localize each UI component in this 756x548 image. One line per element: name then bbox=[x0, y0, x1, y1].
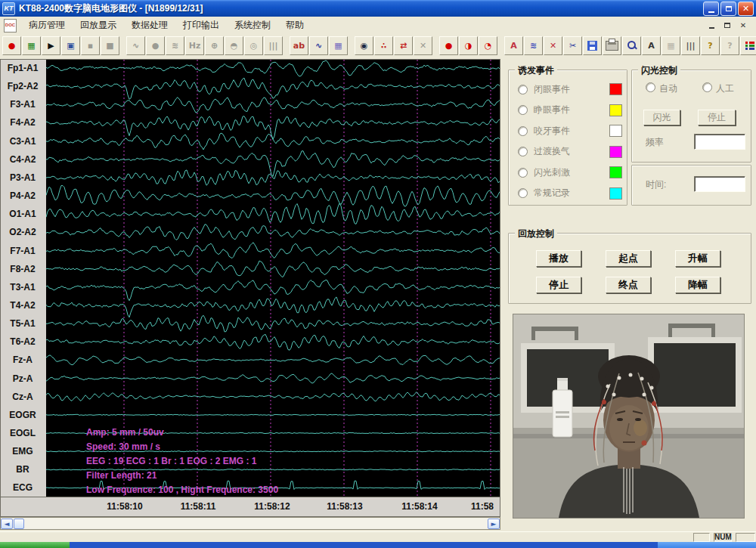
start-button[interactable] bbox=[0, 542, 70, 548]
font-grid-icon[interactable]: A bbox=[642, 36, 661, 55]
record-icon[interactable]: ● bbox=[2, 36, 21, 55]
event-row-1: 睁眼事件 bbox=[518, 101, 622, 119]
radio-auto[interactable] bbox=[646, 82, 655, 92]
menu-item-5[interactable]: 帮助 bbox=[278, 17, 311, 34]
horizontal-scrollbar[interactable]: ◄ ► bbox=[0, 517, 500, 530]
eeg-trace-C4-A2 bbox=[46, 151, 500, 177]
cut-wave-icon[interactable]: ✂ bbox=[563, 36, 582, 55]
grid-off-icon: ▦ bbox=[662, 36, 680, 55]
event-dots-icon[interactable]: ∴ bbox=[374, 36, 393, 55]
eeg-trace-Cz-A bbox=[46, 392, 500, 401]
event-radio-4[interactable] bbox=[518, 168, 528, 178]
bars-vertical-icon[interactable]: ||| bbox=[681, 36, 700, 55]
menu-item-0[interactable]: 病历管理 bbox=[21, 17, 73, 34]
channel-label-Fp1-A1: Fp1-A1 bbox=[1, 63, 45, 74]
channel-colors-icon[interactable] bbox=[740, 36, 756, 55]
circle-half-icon[interactable]: ◑ bbox=[459, 36, 478, 55]
title-bar: KT KT88-2400数字脑电地形图仪 - [N1899/12/31] ✕ bbox=[0, 0, 756, 17]
eeg-trace-F7-A1 bbox=[46, 243, 500, 259]
event-radio-3[interactable] bbox=[518, 147, 528, 156]
time-label-3: 11:58:13 bbox=[327, 501, 362, 512]
eeg-trace-T3-A1 bbox=[46, 280, 500, 300]
scrollbar-thumb[interactable] bbox=[14, 519, 24, 529]
scroll-right-icon[interactable]: ► bbox=[488, 519, 500, 529]
topo-map-icon: ⊕ bbox=[205, 36, 224, 55]
menu-item-4[interactable]: 系统控制 bbox=[227, 17, 278, 34]
eeg-trace-T5-A1 bbox=[46, 315, 500, 332]
wave-mark-icon[interactable]: ∿ bbox=[309, 36, 328, 55]
color-swatch-3 bbox=[609, 146, 622, 158]
annotation-abc-icon[interactable]: ab bbox=[290, 36, 308, 55]
wave-view-icon: ∿ bbox=[126, 36, 145, 55]
evoked-events-title: 诱发事件 bbox=[515, 64, 557, 77]
flash-button[interactable]: 闪光 bbox=[643, 110, 680, 125]
time-axis: 11:58:1011:58:1111:58:1211:58:1311:58:14… bbox=[0, 497, 500, 517]
menu-bar: DOC 病历管理回放显示数据处理打印输出系统控制帮助 ✕ bbox=[0, 17, 756, 34]
sort-waves-icon[interactable]: ≋ bbox=[524, 36, 543, 55]
playback-control-group: 回放控制 播放 起点 升幅 停止 终点 降幅 bbox=[508, 233, 751, 304]
play-icon[interactable]: ▶ bbox=[42, 36, 60, 55]
document-icon: DOC bbox=[4, 19, 17, 33]
close-button[interactable]: ✕ bbox=[738, 2, 754, 16]
event-radio-0[interactable] bbox=[518, 85, 528, 94]
circle-full-icon[interactable]: ● bbox=[439, 36, 458, 55]
video-camera-icon[interactable]: ◉ bbox=[355, 36, 373, 55]
end-point-button[interactable]: 终点 bbox=[606, 277, 651, 293]
zoom-icon[interactable] bbox=[622, 36, 641, 55]
eeg-overlay-text-4: Low Frequence: 100 , Hight Frequence: 35… bbox=[86, 485, 278, 495]
mdi-restore-button[interactable] bbox=[722, 20, 733, 30]
color-swatch-2 bbox=[609, 125, 622, 137]
channel-label-C4-A2: C4-A2 bbox=[1, 154, 45, 166]
save-icon[interactable] bbox=[583, 36, 602, 55]
flash-stop-button[interactable]: 停止 bbox=[698, 110, 736, 125]
help-icon[interactable]: ? bbox=[701, 36, 720, 55]
menu-item-3[interactable]: 打印输出 bbox=[175, 17, 227, 34]
channel-label-Fp2-A2: Fp2-A2 bbox=[1, 81, 45, 92]
arrows-swap-icon[interactable]: ⇄ bbox=[394, 36, 413, 55]
app-window: KT KT88-2400数字脑电地形图仪 - [N1899/12/31] ✕ D… bbox=[0, 0, 756, 548]
menu-item-2[interactable]: 数据处理 bbox=[124, 17, 175, 34]
frequency-input[interactable] bbox=[694, 134, 745, 150]
swap-x-icon[interactable]: ✕ bbox=[544, 36, 562, 55]
amp-down-button[interactable]: 降幅 bbox=[675, 277, 720, 293]
event-radio-2[interactable] bbox=[518, 126, 528, 136]
letter-a-icon[interactable]: A bbox=[504, 36, 523, 55]
time-input[interactable] bbox=[694, 176, 745, 192]
menu-item-1[interactable]: 回放显示 bbox=[73, 17, 124, 34]
channel-label-Cz-A: Cz-A bbox=[1, 392, 45, 403]
amp-up-button[interactable]: 升幅 bbox=[675, 250, 720, 267]
channel-label-F7-A1: F7-A1 bbox=[1, 246, 45, 257]
eeg-trace-T4-A2 bbox=[46, 297, 500, 317]
mdi-minimize-button[interactable] bbox=[706, 20, 717, 30]
restore-button[interactable] bbox=[720, 2, 736, 16]
frequency-hz-icon: Hz bbox=[185, 36, 204, 55]
event-radio-5[interactable] bbox=[518, 188, 528, 198]
status-bar: NUM bbox=[0, 531, 756, 543]
event-radio-1[interactable] bbox=[518, 105, 528, 115]
radio-manual[interactable] bbox=[702, 82, 712, 92]
eeg-trace-F4-A2 bbox=[46, 116, 500, 140]
start-point-button[interactable]: 起点 bbox=[606, 250, 651, 267]
eeg-trace-EOGR bbox=[46, 414, 500, 415]
monitor-view-icon[interactable]: ▣ bbox=[61, 36, 80, 55]
scroll-left-icon[interactable]: ◄ bbox=[1, 519, 13, 529]
histogram-icon: ||| bbox=[264, 36, 283, 55]
manual-label: 人工 bbox=[716, 82, 734, 95]
circle-quarter-icon[interactable]: ◔ bbox=[479, 36, 497, 55]
event-label-2: 咬牙事件 bbox=[534, 125, 609, 138]
stop-button[interactable]: 停止 bbox=[536, 277, 581, 293]
play-button[interactable]: 播放 bbox=[536, 250, 581, 267]
color-swatch-0 bbox=[609, 83, 622, 95]
window-title: KT88-2400数字脑电地形图仪 - [N1899/12/31] bbox=[19, 2, 703, 15]
dome-map-icon: ◓ bbox=[225, 36, 243, 55]
minimize-button[interactable] bbox=[703, 2, 719, 16]
eeg-trace-P3-A1 bbox=[46, 170, 500, 185]
montage-layers-icon[interactable]: ▦ bbox=[22, 36, 41, 55]
eeg-overlay-text-3: Filter Length: 21 bbox=[86, 470, 156, 481]
color-swatch-5 bbox=[609, 187, 622, 200]
mdi-close-button[interactable]: ✕ bbox=[738, 20, 748, 30]
matrix-grid-icon[interactable]: ▦ bbox=[329, 36, 348, 55]
channel-label-T3-A1: T3-A1 bbox=[1, 282, 45, 293]
print-icon[interactable] bbox=[603, 36, 621, 55]
channel-label-BR: BR bbox=[1, 464, 45, 475]
